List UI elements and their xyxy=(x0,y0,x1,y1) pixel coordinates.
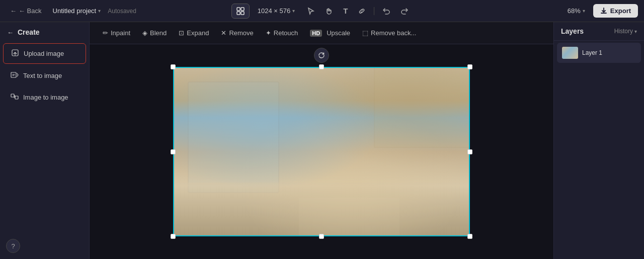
back-icon: ← xyxy=(10,7,17,15)
sidebar-item-image-to-image[interactable]: Image to image xyxy=(3,88,86,107)
selection-tool-icon xyxy=(236,7,245,16)
layer-item[interactable]: Layer 1 xyxy=(557,43,641,63)
chevron-down-icon: ▾ xyxy=(98,8,101,14)
content-area: ← Create Upload image Text to image xyxy=(0,22,644,259)
zoom-level: 68% xyxy=(568,7,581,15)
refresh-icon xyxy=(318,52,325,59)
svg-rect-6 xyxy=(11,94,14,97)
canvas-image-wrapper xyxy=(173,67,470,236)
layers-title: Layers xyxy=(561,27,584,35)
handle-middle-left[interactable] xyxy=(171,149,176,154)
redo-button[interactable] xyxy=(396,4,413,18)
dimension-text: 1024 × 576 xyxy=(258,7,290,15)
svg-rect-13 xyxy=(299,198,399,236)
svg-rect-1 xyxy=(241,8,244,11)
remove-icon: ✕ xyxy=(221,29,226,37)
svg-rect-8 xyxy=(188,82,279,193)
remove-background-label: Remove back... xyxy=(371,29,416,37)
image-to-image-icon xyxy=(10,93,19,102)
remove-label: Remove xyxy=(229,29,253,37)
layer-name: Layer 1 xyxy=(582,49,602,56)
autosaved-status: Autosaved xyxy=(108,8,136,15)
blend-button[interactable]: ◈ Blend xyxy=(137,27,172,39)
left-sidebar: ← Create Upload image Text to image xyxy=(0,22,90,259)
right-sidebar: Layers History ▾ Layer 1 xyxy=(553,22,644,259)
secondary-toolbar: ✏ Inpaint ◈ Blend ⊡ Expand ✕ Remove ✦ Re… xyxy=(90,22,553,44)
upload-icon xyxy=(11,49,20,58)
image-to-image-label: Image to image xyxy=(23,94,68,101)
expand-icon: ⊡ xyxy=(179,29,184,37)
svg-rect-0 xyxy=(237,8,240,11)
move-tool-button[interactable] xyxy=(321,4,337,18)
sidebar-title: Create xyxy=(18,28,40,36)
redo-icon xyxy=(400,7,409,15)
chevron-down-icon: ▾ xyxy=(292,8,295,14)
expand-button[interactable]: ⊡ Expand xyxy=(174,27,214,39)
expand-label: Expand xyxy=(187,29,209,37)
undo-button[interactable] xyxy=(378,4,394,18)
canvas-overlay xyxy=(173,67,470,236)
sidebar-item-text-to-image[interactable]: Text to image xyxy=(3,66,86,85)
link-tool-button[interactable] xyxy=(354,4,370,18)
sidebar-item-upload[interactable]: Upload image xyxy=(3,43,86,64)
inpaint-label: Inpaint xyxy=(111,29,130,37)
topbar: ← ← Back Untitled project ▾ Autosaved 10… xyxy=(0,0,644,22)
handle-middle-right[interactable] xyxy=(467,149,472,154)
retouch-icon: ✦ xyxy=(266,29,271,37)
remove-background-button[interactable]: ⬚ Remove back... xyxy=(357,27,421,39)
handle-bottom-right[interactable] xyxy=(467,234,472,239)
remove-bg-icon: ⬚ xyxy=(362,29,368,37)
export-label: Export xyxy=(610,7,631,15)
handle-top-left[interactable] xyxy=(171,64,176,69)
remove-button[interactable]: ✕ Remove xyxy=(216,27,258,39)
inpaint-button[interactable]: ✏ Inpaint xyxy=(98,27,135,39)
upload-label: Upload image xyxy=(24,50,64,57)
cursor-icon xyxy=(307,7,315,15)
chevron-down-icon: ▾ xyxy=(583,8,585,14)
select-tool-button[interactable] xyxy=(303,4,319,18)
handle-bottom-center[interactable] xyxy=(319,234,324,239)
undo-icon xyxy=(382,7,390,15)
upscale-button[interactable]: HD Upscale xyxy=(305,27,355,39)
handle-bottom-left[interactable] xyxy=(171,234,176,239)
zoom-control[interactable]: 68% ▾ xyxy=(564,5,589,17)
download-icon xyxy=(600,8,607,15)
topbar-center: 1024 × 576 ▾ xyxy=(231,4,299,19)
center-area: ✏ Inpaint ◈ Blend ⊡ Expand ✕ Remove ✦ Re… xyxy=(90,22,553,259)
topbar-left: ← ← Back Untitled project ▾ Autosaved xyxy=(6,5,227,17)
back-label: ← Back xyxy=(19,7,42,15)
sidebar-header: ← Create xyxy=(0,22,89,42)
toolbar-divider xyxy=(374,7,374,15)
text-tool-button[interactable]: T xyxy=(339,4,352,18)
svg-rect-7 xyxy=(15,96,18,99)
help-button[interactable]: ? xyxy=(6,239,20,253)
upscale-label: Upscale xyxy=(327,29,350,37)
upscale-hd-icon: HD xyxy=(310,30,322,37)
export-button[interactable]: Export xyxy=(593,4,638,18)
retouch-button[interactable]: ✦ Retouch xyxy=(261,27,303,39)
active-tool-button[interactable] xyxy=(231,4,250,19)
svg-rect-11 xyxy=(374,67,470,147)
create-icon: ← xyxy=(7,29,14,36)
layer-thumbnail xyxy=(562,47,578,59)
blend-icon: ◈ xyxy=(142,29,147,37)
retouch-label: Retouch xyxy=(274,29,298,37)
handle-top-right[interactable] xyxy=(467,64,472,69)
blend-label: Blend xyxy=(150,29,167,37)
dimension-display[interactable]: 1024 × 576 ▾ xyxy=(254,5,299,17)
project-name[interactable]: Untitled project ▾ xyxy=(50,5,104,17)
canvas-container[interactable] xyxy=(90,44,553,259)
sidebar-bottom: ? xyxy=(0,233,89,259)
history-label: History xyxy=(614,28,633,35)
right-sidebar-header: Layers History ▾ xyxy=(554,22,644,41)
text-to-image-icon xyxy=(10,71,19,80)
canvas-image xyxy=(173,67,470,236)
link-icon xyxy=(358,7,366,15)
refresh-canvas-button[interactable] xyxy=(314,48,329,63)
topbar-right: 68% ▾ Export xyxy=(417,4,638,18)
back-button[interactable]: ← ← Back xyxy=(6,5,46,17)
history-toggle[interactable]: History ▾ xyxy=(614,28,637,35)
text-tool-icon: T xyxy=(343,7,348,15)
handle-top-center[interactable] xyxy=(319,64,324,69)
chevron-down-icon: ▾ xyxy=(634,29,637,34)
